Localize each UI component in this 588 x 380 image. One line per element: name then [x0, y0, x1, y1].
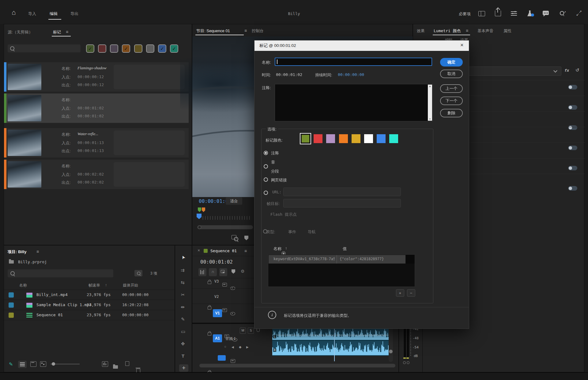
- audio-clip[interactable]: L R: [272, 327, 389, 356]
- close-icon[interactable]: ×: [460, 42, 464, 48]
- find-button[interactable]: [134, 270, 142, 276]
- track-a2-badge[interactable]: [218, 355, 226, 361]
- timeline-marker-orange-icon[interactable]: [202, 207, 205, 212]
- new-bin-icon[interactable]: [113, 365, 118, 369]
- section-toggle-curves[interactable]: [568, 125, 577, 130]
- timeline-settings-icon[interactable]: ⚙: [241, 269, 245, 274]
- markers-panel-menu-icon[interactable]: ≡: [66, 29, 68, 34]
- swatch-red[interactable]: [314, 134, 322, 143]
- label-swatch[interactable]: [9, 302, 14, 308]
- rectangle-tool[interactable]: ▭: [181, 329, 185, 334]
- remove-row-button[interactable]: −: [407, 289, 415, 297]
- comments-textarea[interactable]: ▲ ▼: [275, 84, 433, 121]
- column-header-name[interactable]: 名称: [19, 283, 27, 288]
- keyframe-prev-icon[interactable]: ◀: [232, 345, 234, 349]
- radio-comment[interactable]: [264, 151, 268, 155]
- snap-edit-button[interactable]: ✛: [179, 364, 188, 372]
- meter-channel-dot-l[interactable]: [403, 361, 406, 364]
- column-resize-handle[interactable]: [337, 255, 337, 264]
- fullscreen-icon[interactable]: ↗ ↙: [576, 10, 582, 16]
- home-icon[interactable]: ⌂: [12, 9, 16, 17]
- keyframe-mode-icon[interactable]: ○: [224, 345, 226, 348]
- table-row[interactable]: Sequence 01 23,976 fps 00:00:00:00: [4, 310, 175, 320]
- automate-to-sequence-icon[interactable]: [102, 361, 108, 367]
- pen-tool[interactable]: ✎: [181, 317, 185, 322]
- scroll-down-icon[interactable]: ▼: [429, 118, 431, 120]
- freeform-view-button[interactable]: [40, 361, 46, 367]
- tab-export[interactable]: 导出: [70, 11, 78, 17]
- program-scrollbar[interactable]: [197, 225, 253, 229]
- delete-button[interactable]: 删除: [440, 109, 463, 117]
- filter-color-orange[interactable]: ✓: [122, 44, 130, 53]
- tab-source-monitor[interactable]: 源:（无剪辑）: [8, 29, 33, 35]
- filter-color-teal[interactable]: ✓: [170, 44, 178, 53]
- zoom-slider-handle[interactable]: [52, 362, 55, 366]
- project-search-input[interactable]: [8, 269, 113, 277]
- tab-lumetri-color[interactable]: Lumetri 颜色: [434, 28, 461, 34]
- program-panel-menu-icon[interactable]: ≡: [244, 28, 247, 33]
- tab-essential-sound[interactable]: 基本声音: [477, 28, 493, 34]
- radio-segmentation-label[interactable]: 分段: [271, 169, 279, 174]
- track-v2-label[interactable]: V2: [214, 294, 219, 299]
- project-panel-menu-icon[interactable]: ≡: [36, 249, 39, 254]
- tab-sequence[interactable]: Sequence 01: [210, 249, 237, 253]
- table-row[interactable]: Sample Media Clip 1.mp4 23,976 fps 16:20…: [4, 300, 175, 310]
- tab-edit[interactable]: 编辑: [50, 11, 58, 17]
- timeline-tab-close-icon[interactable]: ×: [198, 248, 200, 253]
- track-a1-badge[interactable]: A1: [213, 334, 222, 342]
- section-toggle-vignette[interactable]: [568, 186, 577, 191]
- section-toggle-creative[interactable]: [568, 105, 577, 110]
- ok-button[interactable]: 确定: [440, 58, 463, 66]
- filter-color-gray[interactable]: [146, 44, 154, 53]
- marker-name-input[interactable]: [275, 58, 432, 66]
- duration-value[interactable]: 00:00:00:00: [338, 72, 364, 77]
- add-marker-icon[interactable]: [232, 269, 235, 274]
- timeline-marker-green-icon[interactable]: [198, 207, 201, 212]
- add-keyframe-icon[interactable]: ◆: [239, 345, 241, 349]
- section-toggle-basic-correction[interactable]: [568, 85, 577, 89]
- swatch-green[interactable]: [301, 134, 310, 143]
- column-header-fps[interactable]: 帧速率: [89, 283, 100, 288]
- tab-properties[interactable]: 属性: [503, 28, 511, 34]
- workspace-icon[interactable]: [478, 11, 485, 16]
- track-visibility-icon[interactable]: [230, 312, 235, 315]
- edit-original-icon[interactable]: ✎: [9, 361, 13, 367]
- marker-comment-box[interactable]: [114, 131, 185, 155]
- new-item-icon[interactable]: [125, 361, 129, 366]
- list-view-button[interactable]: [18, 361, 27, 368]
- filter-color-blue[interactable]: ✓: [158, 44, 166, 53]
- add-marker-icon[interactable]: [244, 236, 248, 240]
- kv-table-row-selected[interactable]: keywordExtDVAv1_6738c778-7a5… {"color":4…: [269, 255, 405, 264]
- swatch-orange[interactable]: [339, 134, 348, 143]
- track-v3-label[interactable]: V3: [214, 279, 219, 283]
- solo-button[interactable]: S: [248, 328, 254, 334]
- fit-dropdown[interactable]: 适合: [226, 197, 242, 205]
- kv-table-name-header[interactable]: 名称: [273, 246, 281, 252]
- razor-tool[interactable]: ✂: [181, 292, 185, 298]
- radio-comment-label[interactable]: 注释: [271, 150, 279, 156]
- marker-list-item[interactable]: 名称: Water-refle... 入点: 00:00:01:13 出点: 0…: [4, 128, 189, 158]
- icon-view-button[interactable]: [30, 361, 36, 367]
- add-row-button[interactable]: +: [396, 289, 404, 297]
- tab-markers[interactable]: 标记: [53, 29, 61, 35]
- filter-color-yellow[interactable]: [134, 44, 142, 53]
- export-share-icon[interactable]: [495, 10, 501, 16]
- hand-tool[interactable]: ✥: [181, 341, 185, 347]
- radio-segmentation[interactable]: [264, 177, 268, 182]
- keyframe-next-icon[interactable]: ▶: [246, 345, 249, 349]
- timeline-timecode[interactable]: 00:00:01:02: [200, 259, 233, 265]
- marker-comment-box[interactable]: [114, 65, 185, 89]
- radio-weblink-label[interactable]: 网页链接: [271, 177, 287, 183]
- fx-badge-icon[interactable]: fx: [564, 68, 569, 73]
- track-lock-icon[interactable]: [208, 281, 211, 284]
- radio-weblink[interactable]: [264, 191, 268, 195]
- swatch-blue[interactable]: [377, 134, 386, 143]
- tab-project[interactable]: 项目: Billy: [8, 249, 26, 255]
- lumetri-panel-menu-icon[interactable]: ≡: [466, 28, 468, 33]
- insert-nest-toggle[interactable]: [198, 268, 206, 276]
- mute-button[interactable]: M: [240, 328, 246, 334]
- essentials-label[interactable]: 必要项: [459, 11, 471, 17]
- reset-effect-icon[interactable]: ↺: [575, 67, 579, 73]
- kv-table-value-header[interactable]: 值: [343, 246, 347, 252]
- mini-timeline-ruler[interactable]: [203, 216, 252, 220]
